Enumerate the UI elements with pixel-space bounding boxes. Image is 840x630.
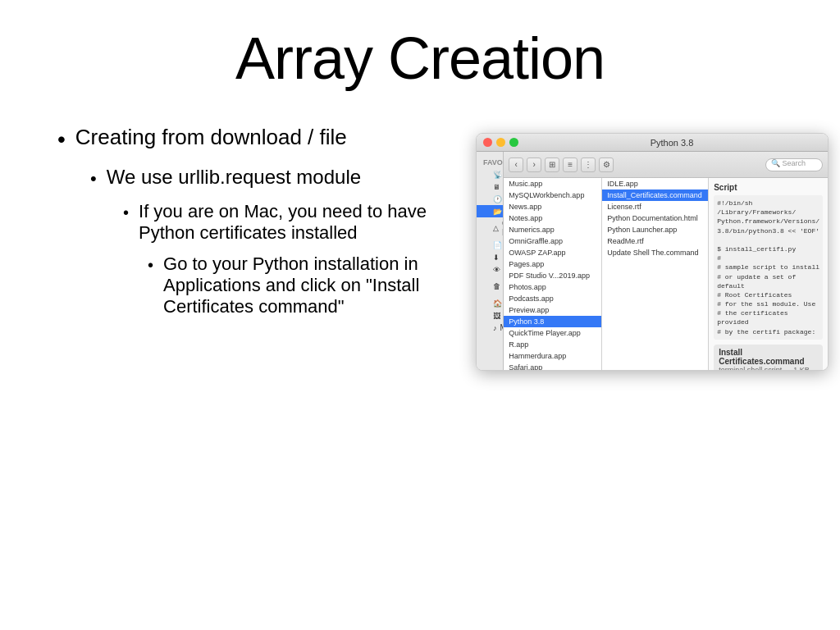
close-button[interactable] [483, 138, 492, 147]
text-content: • Creating from download / file • We use… [49, 125, 459, 371]
file-pages[interactable]: Pages.app [504, 258, 601, 270]
file-photos[interactable]: Photos.app [504, 281, 601, 293]
file-news[interactable]: News.app [504, 201, 601, 212]
file-mysql[interactable]: MySQLWorkbench.app [504, 189, 601, 201]
documents-icon: 📄 [493, 241, 502, 249]
file-idle[interactable]: IDLE.app [602, 178, 708, 189]
file-quicktime[interactable]: QuickTime Player.app [504, 327, 601, 339]
file-pdfstudio[interactable]: PDF Studio V...2019.app [504, 270, 601, 281]
sidebar-item-desktop[interactable]: 🖥Desktop [477, 180, 503, 193]
file-hammer[interactable]: Hammerdura.app [504, 350, 601, 362]
recents-icon: 🕐 [493, 195, 502, 203]
pictures-icon: 🖼 [493, 312, 500, 320]
sidebar-item-recents[interactable]: 🕐Recents [477, 193, 503, 205]
sidebar-item-deleted[interactable]: 🗑Deleted Users [477, 276, 503, 297]
file-podcasts[interactable]: Podcasts.app [504, 293, 601, 304]
gdrive-icon: △ [493, 224, 499, 232]
file-preview-app[interactable]: Preview.app [504, 304, 601, 316]
music-icon: ♪ [493, 324, 497, 332]
info-panel: Script #!/bin/sh /Library/Frameworks/ Py… [709, 178, 828, 370]
bullet-1-1-1-1: • Go to your Python installation in Appl… [148, 253, 459, 317]
slide-container: Array Creation • Creating from download … [0, 0, 840, 630]
bullet-dot-1-1-1-1: • [148, 256, 153, 275]
file-notes[interactable]: Notes.app [504, 212, 601, 224]
info-code-block: #!/bin/sh /Library/Frameworks/ Python.fr… [714, 195, 823, 340]
finder-main: Music.app MySQLWorkbench.app News.app No… [504, 178, 828, 370]
file-install-cert[interactable]: Install_Certificates.command [602, 189, 708, 201]
view-icon-btn[interactable]: ⊞ [545, 158, 559, 172]
file-safari[interactable]: Safari.app [504, 362, 601, 370]
finder-content-wrapper: ‹ › ⊞ ≡ ⋮ ⚙ 🔍 Search Music.app [504, 152, 828, 370]
file-license[interactable]: License.rtf [602, 201, 708, 212]
bullet-1-text: Creating from download / file [75, 125, 347, 150]
content-area: • Creating from download / file • We use… [49, 125, 791, 371]
screenshot-area: Python 3.8 Favorites 📡AirDrop 🖥Desktop 🕐… [476, 125, 829, 371]
slide-title: Array Creation [49, 25, 791, 92]
airdrop-icon: 📡 [493, 171, 502, 179]
file-python38[interactable]: Python 3.8 [504, 316, 601, 327]
finder-toolbar: ‹ › ⊞ ≡ ⋮ ⚙ 🔍 Search [504, 152, 828, 178]
applications-icon: 📂 [493, 208, 502, 216]
file-music-app[interactable]: Music.app [504, 178, 601, 189]
action-btn[interactable]: ⚙ [599, 158, 614, 172]
bullet-dot-1-1: • [90, 168, 97, 189]
sidebar-item-documents[interactable]: 📄Documents [477, 239, 503, 251]
view-col-btn[interactable]: ⋮ [581, 158, 596, 172]
file-r[interactable]: R.app [504, 339, 601, 350]
bullet-dot-1: • [57, 126, 66, 153]
file-omnigraffle[interactable]: OmniGraffle.app [504, 235, 601, 247]
bullet-1-1-1-text: If you are on Mac, you need to have Pyth… [139, 201, 459, 244]
install-cert-sub: terminal shell script — 1 KB [719, 366, 818, 370]
sidebar-item-preview[interactable]: 👁Preview [477, 263, 503, 276]
file-python-doc[interactable]: Python Documentation.html [602, 212, 708, 224]
preview-icon: 👁 [493, 266, 500, 274]
finder-window: Python 3.8 Favorites 📡AirDrop 🖥Desktop 🕐… [476, 133, 829, 371]
sidebar-favorites-header: Favorites [477, 155, 503, 168]
sidebar-item-music[interactable]: ♪Music [477, 322, 503, 334]
finder-search[interactable]: 🔍 Search [765, 158, 823, 171]
deleted-icon: 🗑 [493, 282, 500, 290]
window-titlebar: Python 3.8 [477, 134, 828, 152]
sidebar-item-pictures[interactable]: 🖼Pictures [477, 309, 503, 322]
sidebar-item-downloads[interactable]: ⬇Downloads [477, 251, 503, 263]
back-button[interactable]: ‹ [509, 158, 523, 172]
file-readme[interactable]: ReadMe.rtf [602, 235, 708, 247]
view-list-btn[interactable]: ≡ [563, 158, 578, 172]
window-title: Python 3.8 [523, 138, 821, 148]
bullet-1-1: • We use urllib.request module [90, 166, 459, 189]
install-cert-info-box: Install Certificates.command terminal sh… [714, 345, 823, 370]
downloads-icon: ⬇ [493, 253, 500, 262]
maximize-button[interactable] [509, 138, 518, 147]
file-list-col2: IDLE.app Install_Certificates.command Li… [602, 178, 709, 370]
bullet-1: • Creating from download / file [57, 125, 459, 153]
sidebar-item-airdrop[interactable]: 📡AirDrop [477, 168, 503, 180]
info-script-header: Script [714, 183, 823, 192]
file-list-col1: Music.app MySQLWorkbench.app News.app No… [504, 178, 602, 370]
bullet-1-1-1-1-text: Go to your Python installation in Applic… [163, 253, 459, 317]
file-owasp[interactable]: OWASP ZAP.app [504, 247, 601, 258]
forward-button[interactable]: › [527, 158, 541, 172]
file-update-shell[interactable]: Update Shell The.command [602, 247, 708, 258]
bullet-1-1-1: • If you are on Mac, you need to have Py… [123, 201, 459, 244]
finder-body: Favorites 📡AirDrop 🖥Desktop 🕐Recents 📂Ap… [477, 152, 828, 370]
sidebar-item-applications[interactable]: 📂Applications [477, 205, 503, 217]
thomas-icon: 🏠 [493, 299, 502, 308]
bullet-1-1-text: We use urllib.request module [107, 166, 361, 189]
bullet-dot-1-1-1: • [123, 203, 129, 222]
install-cert-title: Install Certificates.command [719, 348, 818, 366]
minimize-button[interactable] [496, 138, 505, 147]
file-python-launcher[interactable]: Python Launcher.app [602, 224, 708, 235]
sidebar-item-thomas[interactable]: 🏠thomasstraw/ [477, 297, 503, 309]
desktop-icon: 🖥 [493, 183, 500, 191]
file-numerics[interactable]: Numerics.app [504, 224, 601, 235]
sidebar-item-gdrive[interactable]: △Google Drive [477, 217, 503, 239]
finder-sidebar: Favorites 📡AirDrop 🖥Desktop 🕐Recents 📂Ap… [477, 152, 504, 370]
